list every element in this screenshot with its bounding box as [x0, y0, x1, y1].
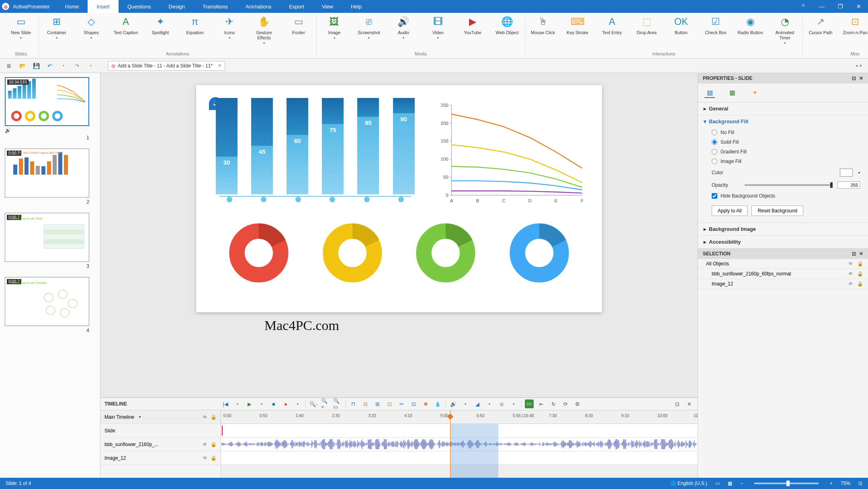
donut-chart[interactable]: [507, 221, 571, 285]
bar-dot[interactable]: [398, 197, 404, 202]
opacity-slider[interactable]: [745, 184, 833, 186]
bar-dot[interactable]: [261, 197, 266, 202]
track-audio[interactable]: bbb_sunflower_2160p_...👁🔒: [100, 438, 221, 451]
visibility-icon[interactable]: 👁: [848, 261, 853, 267]
button-button[interactable]: OKButton: [667, 15, 695, 35]
tab-home[interactable]: Home: [56, 0, 88, 13]
bar-chart[interactable]: 🔊 304560758590: [212, 96, 418, 205]
track-image[interactable]: Image_12👁🔒: [100, 451, 221, 465]
skip-start-icon[interactable]: |◀: [221, 399, 230, 408]
visibility-icon[interactable]: 👁: [848, 271, 853, 277]
track-slide[interactable]: Slide: [100, 424, 221, 438]
cc-icon[interactable]: CC: [525, 399, 534, 408]
group-icon[interactable]: ⊡: [409, 399, 418, 408]
key-stroke-button[interactable]: ⌨Key Stroke: [564, 15, 591, 35]
radio-no-fill[interactable]: No Fill: [712, 128, 860, 137]
drop-area-button[interactable]: ⬚Drop Area: [633, 15, 660, 35]
slide-thumb-2[interactable]: 0:00.7Title and Content Layout with Char…: [5, 149, 89, 205]
video-button[interactable]: 🎞Video ▾: [424, 15, 452, 41]
tab-animations[interactable]: Animations: [237, 0, 280, 13]
tab-view[interactable]: View: [313, 0, 342, 13]
ribbon-collapse-icon[interactable]: ^: [794, 0, 813, 13]
marker-icon[interactable]: ✱: [421, 399, 430, 408]
bar[interactable]: 60: [287, 98, 308, 194]
play-icon[interactable]: ▶: [245, 399, 254, 408]
document-tab[interactable]: ◎ Add a Slide Title - 11 - Add a Slide T…: [108, 61, 225, 71]
close-document-icon[interactable]: ✕: [218, 63, 221, 68]
prop-tab-slide-icon[interactable]: ▤: [704, 88, 715, 98]
radio-image-fill[interactable]: Image Fill: [712, 157, 860, 166]
join-icon[interactable]: ⊞: [373, 399, 382, 408]
fit-icon[interactable]: ⊡: [858, 481, 862, 486]
selection-undock-icon[interactable]: ⊡: [852, 251, 856, 257]
radio-button-button[interactable]: ◉Radio Button: [737, 15, 764, 35]
tab-insert[interactable]: Insert: [88, 0, 119, 13]
timeline-close-icon[interactable]: ✕: [685, 399, 694, 408]
trim-icon[interactable]: ✂: [397, 399, 406, 408]
section-background-fill[interactable]: ▾ Background Fill: [704, 118, 862, 124]
tab-transitions[interactable]: Transitions: [194, 0, 237, 13]
screenshot-button[interactable]: ⎚Screenshot ▾: [355, 15, 383, 41]
cursor-path-button[interactable]: ↗Cursor Path: [807, 15, 834, 35]
new-file-icon[interactable]: 🗎: [4, 61, 14, 71]
main-timeline-selector[interactable]: Main Timeline▾ 👁🔒: [100, 410, 221, 424]
bar[interactable]: 75: [322, 98, 344, 194]
gesture-effects-button[interactable]: ✋Gesture Effects ▾: [250, 15, 278, 46]
sync-icon[interactable]: ⟳: [561, 399, 570, 408]
save-icon[interactable]: 💾: [31, 61, 41, 71]
tab-help[interactable]: Help: [342, 0, 371, 13]
shapes-button[interactable]: ◇Shapes ▾: [78, 15, 105, 41]
youtube-button[interactable]: ▶YouTube: [459, 15, 486, 35]
bar[interactable]: 45: [251, 98, 273, 194]
section-background-image[interactable]: ▸ Background Image: [704, 226, 862, 232]
open-file-icon[interactable]: 📂: [18, 61, 27, 71]
web-object-button[interactable]: 🌐Web Object: [493, 15, 521, 35]
line-chart[interactable]: 050100150200250ABCDEF: [434, 96, 586, 205]
redo-icon[interactable]: ↷: [72, 61, 82, 71]
bar[interactable]: 30: [216, 98, 237, 194]
mouse-click-button[interactable]: 🖱Mouse Click: [529, 15, 557, 35]
zoom-percent[interactable]: 75%: [841, 481, 850, 486]
volume-icon[interactable]: 🔊: [449, 399, 458, 408]
opacity-input[interactable]: [837, 181, 860, 189]
slide-thumb-4[interactable]: 0:00.7Content Layout with SmartArt4: [5, 277, 89, 333]
equation-button[interactable]: πEquation: [181, 15, 209, 35]
panel-menu-icon[interactable]: ▾ ✕: [854, 61, 864, 71]
image-button[interactable]: 🖼Image ▾: [321, 15, 348, 41]
bar-dot[interactable]: [330, 197, 335, 202]
selection-close-icon[interactable]: ✕: [859, 251, 863, 257]
view-mode-icon[interactable]: ▭: [715, 481, 720, 486]
prop-tab-interactivity-icon[interactable]: ▦: [727, 88, 737, 98]
close-button[interactable]: ✕: [850, 0, 868, 13]
radio-solid-fill[interactable]: Solid Fill: [712, 137, 860, 147]
zoom-out-status-icon[interactable]: −: [740, 481, 743, 486]
reset-background-button[interactable]: Reset Background: [751, 206, 803, 216]
bar-dot[interactable]: [227, 197, 232, 202]
redo-dd-icon[interactable]: ▾: [86, 61, 96, 71]
visibility-icon[interactable]: 👁: [848, 281, 853, 287]
section-accessibility[interactable]: ▸ Accessibility: [704, 239, 862, 245]
radio-gradient-fill[interactable]: Gradient Fill: [712, 147, 860, 157]
record-icon[interactable]: ●: [281, 399, 290, 408]
text-caption-button[interactable]: AText Caption: [112, 15, 139, 35]
maximize-button[interactable]: ❐: [831, 0, 850, 13]
zoom-fit-icon[interactable]: 🔍▭: [333, 399, 342, 408]
animated-timer-button[interactable]: ◔Animated Timer ▾: [771, 15, 798, 46]
new-slide-button[interactable]: ▭New Slide ▾: [7, 15, 35, 41]
stop-icon[interactable]: ■: [269, 399, 278, 408]
slide-canvas[interactable]: 🔊 304560758590 050100150200250ABCDEF: [196, 85, 602, 312]
text-entry-button[interactable]: AText Entry: [598, 15, 626, 35]
settings-icon[interactable]: ⚙: [573, 399, 582, 408]
donut-chart[interactable]: [227, 221, 291, 285]
panel-undock-icon[interactable]: ⊡: [852, 75, 856, 81]
hide-background-checkbox[interactable]: Hide Background Objects: [712, 191, 860, 201]
bar-dot[interactable]: [364, 197, 370, 202]
tab-questions[interactable]: Questions: [119, 0, 160, 13]
zoom-in-icon[interactable]: 🔍+: [321, 399, 330, 408]
check-box-button[interactable]: ☑Check Box: [702, 15, 729, 35]
playhead[interactable]: [450, 410, 450, 478]
lock-icon[interactable]: 🔒: [857, 261, 863, 267]
minimize-button[interactable]: —: [813, 0, 831, 13]
timeline-tracks-area[interactable]: 0:000:501:402:303:204:105:005:505:58.116…: [221, 410, 698, 478]
zoom-slider[interactable]: [754, 483, 819, 484]
